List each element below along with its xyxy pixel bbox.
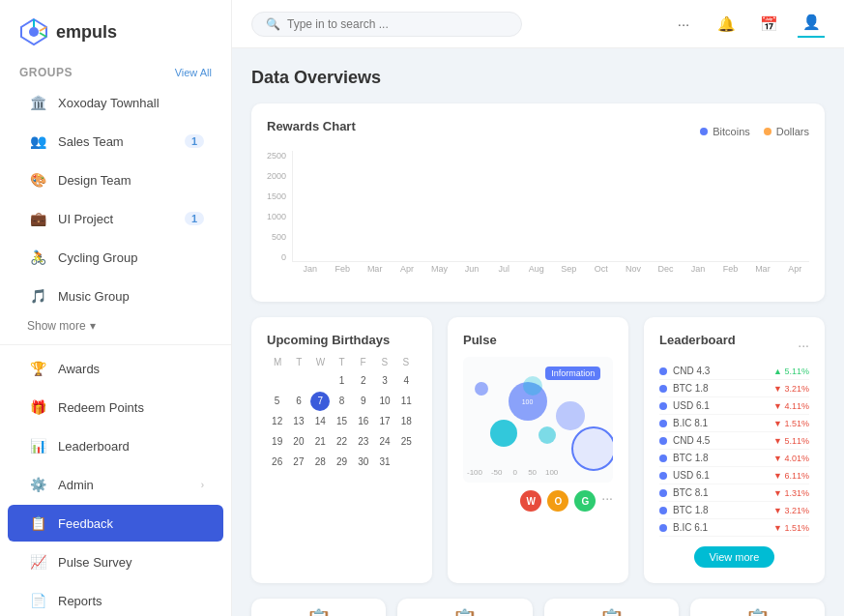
sidebar-item-label: Awards (58, 362, 204, 376)
cal-day[interactable]: 24 (374, 432, 394, 452)
cal-day-header: T (331, 357, 352, 367)
view-all-link[interactable]: View All (175, 67, 212, 78)
lb-name: BTC 1.8 (673, 505, 773, 515)
sidebar-item-xoxoday-townhall[interactable]: 🏛️ Xoxoday Townhall (8, 84, 223, 121)
lb-dot (659, 385, 667, 393)
sidebar-item-redeem-points[interactable]: 🎁 Redeem Points (8, 389, 223, 425)
lb-change: ▼ 4.01% (773, 454, 809, 463)
sidebar-item-sales-team[interactable]: 👥 Sales Team 1 (8, 123, 223, 160)
stat-card-top: 📋 (544, 599, 679, 616)
sidebar-item-label: Reports (58, 594, 204, 608)
stats-row: 📋 Sales Grand Day 374 Revenue: 340 📋 Sal… (251, 599, 825, 616)
cal-day[interactable]: 8 (332, 392, 352, 411)
sidebar-item-reports[interactable]: 📄 Reports (8, 582, 223, 616)
cal-day[interactable]: 1 (332, 371, 352, 391)
cal-day[interactable]: 2 (353, 371, 373, 391)
cal-day[interactable]: 14 (310, 412, 331, 431)
groups-label: Groups (19, 66, 73, 79)
page-title: Data Overviews (251, 68, 825, 88)
cal-day[interactable]: 4 (396, 371, 417, 391)
stat-card: 📋 Sales Grand Day 374 Revenue: 340 (397, 599, 532, 616)
pulse-more-icon[interactable]: ··· (601, 490, 613, 512)
person-icon[interactable]: 👤 (798, 11, 825, 38)
search-bar[interactable]: 🔍 (251, 12, 522, 37)
sidebar-item-ui-project[interactable]: 💼 UI Project 1 (8, 200, 223, 237)
cal-day[interactable]: 6 (288, 392, 308, 411)
cal-day[interactable]: 11 (396, 392, 417, 411)
leaderboard-row: CND 4.5 ▼ 5.11% (659, 432, 809, 450)
bell-icon[interactable]: 🔔 (713, 11, 740, 38)
cal-day[interactable]: 15 (332, 412, 352, 431)
cal-day (310, 371, 331, 391)
lb-name: CND 4.3 (673, 366, 773, 376)
cal-day[interactable]: 3 (374, 371, 394, 391)
cal-day[interactable]: 27 (288, 453, 308, 472)
stat-card: 📋 Sales Grand Day 374 Revenue: 340 (251, 599, 386, 616)
cal-day-header: M (267, 357, 288, 367)
chart-legend: Bitcoins Dollars (700, 126, 809, 137)
cal-day[interactable]: 25 (396, 432, 417, 452)
cal-day[interactable]: 10 (374, 392, 394, 411)
cal-day[interactable]: 21 (310, 432, 331, 452)
cal-day[interactable]: 18 (396, 412, 417, 431)
cal-day[interactable]: 22 (332, 432, 352, 452)
chart-label: Nov (619, 264, 647, 274)
sidebar-item-awards[interactable]: 🏆 Awards (8, 350, 223, 387)
cal-day[interactable]: 16 (353, 412, 373, 431)
cal-day[interactable]: 20 (288, 432, 308, 452)
cal-day[interactable]: 31 (374, 453, 394, 472)
sidebar-divider (0, 344, 231, 345)
leaderboard-row: BTC 1.8 ▼ 4.01% (659, 450, 809, 467)
cal-day[interactable]: 12 (267, 412, 287, 431)
sidebar-item-label: Feedback (58, 516, 204, 531)
calendar-icon[interactable]: 📅 (755, 11, 782, 38)
cal-day[interactable]: 28 (310, 453, 331, 472)
xoxoday-townhall-icon: 🏛️ (27, 92, 48, 113)
sidebar-item-feedback[interactable]: 📋 Feedback (8, 505, 223, 542)
cal-day[interactable]: 29 (332, 453, 352, 472)
cal-day[interactable]: 7 (310, 392, 330, 411)
cal-day[interactable]: 19 (267, 432, 287, 452)
ellipsis-icon[interactable]: ··· (670, 11, 697, 38)
sidebar-item-pulse-survey[interactable]: 📈 Pulse Survey (8, 543, 223, 580)
sidebar-item-design-team[interactable]: 🎨 Design Team (8, 161, 223, 198)
legend-dollars: Dollars (764, 126, 809, 137)
cal-day-header: S (374, 357, 395, 367)
sidebar-item-cycling-group[interactable]: 🚴 Cycling Group (8, 239, 223, 276)
lb-name: B.IC 8.1 (673, 418, 773, 428)
cal-day[interactable]: 30 (353, 453, 373, 472)
sidebar-item-label: Music Group (58, 289, 204, 304)
lb-dot (659, 489, 667, 497)
sidebar-item-music-group[interactable]: 🎵 Music Group (8, 278, 223, 314)
leaderboard-menu-icon[interactable]: ··· (798, 337, 809, 353)
admin-icon: ⚙️ (27, 474, 48, 495)
cal-day[interactable]: 5 (267, 392, 287, 411)
pulse-area: Information 100 -100 -50 0 50 100 (463, 357, 613, 483)
bitcoins-label: Bitcoins (713, 126, 750, 137)
lb-change: ▼ 6.11% (773, 471, 809, 481)
show-more-toggle[interactable]: Show more ▾ (0, 315, 231, 340)
search-icon: 🔍 (266, 17, 280, 31)
dollars-dot (764, 128, 771, 135)
birthdays-title: Upcoming Birthdays (267, 333, 417, 347)
cal-day-header: F (353, 357, 374, 367)
leaderboard-card: Leaderboard ··· CND 4.3 ▲ 5.11% BTC 1.8 … (644, 317, 825, 583)
sidebar-item-leaderboard-nav[interactable]: 📊 Leaderboard (8, 427, 223, 464)
pulse-bubble-6 (523, 376, 542, 396)
cal-day[interactable]: 26 (267, 453, 287, 472)
cal-day[interactable]: 23 (353, 432, 373, 452)
ui-project-icon: 💼 (27, 208, 48, 229)
chart-area: 2500 2000 1500 1000 500 0 JanFebMarAprMa… (267, 151, 809, 286)
cal-day (288, 371, 308, 391)
pulse-bubble-5 (571, 426, 613, 471)
chart-label: May (425, 264, 453, 274)
cal-day[interactable]: 9 (353, 392, 373, 411)
search-input[interactable] (287, 17, 508, 31)
sidebar-item-admin[interactable]: ⚙️ Admin › (8, 466, 223, 503)
cal-day[interactable]: 13 (288, 412, 308, 431)
lb-change: ▼ 1.51% (773, 523, 809, 533)
cycling-group-icon: 🚴 (27, 247, 48, 268)
cal-day[interactable]: 17 (374, 412, 394, 431)
view-more-button[interactable]: View more (694, 546, 775, 568)
svg-line-3 (40, 27, 46, 31)
